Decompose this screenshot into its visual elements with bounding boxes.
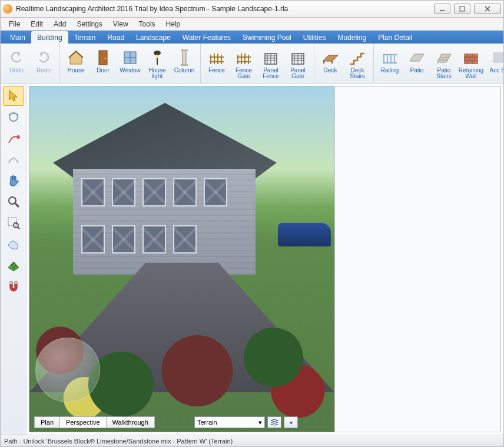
cursor-icon xyxy=(6,89,21,103)
accessory-button[interactable]: Acc St xyxy=(485,45,503,82)
tab-terrain[interactable]: Terrain xyxy=(68,31,102,44)
tab-road[interactable]: Road xyxy=(101,31,130,44)
door-icon xyxy=(94,49,112,66)
redo-button: Redo xyxy=(30,45,57,82)
hand-icon xyxy=(6,174,21,188)
patio-button[interactable]: Patio xyxy=(403,45,430,82)
column-button[interactable]: Column xyxy=(171,45,198,82)
deck-button[interactable]: Deck xyxy=(317,45,344,82)
house-icon xyxy=(67,49,85,66)
deck-stairs-button[interactable]: Deck Stairs xyxy=(344,45,371,82)
lamp-icon xyxy=(148,49,166,66)
close-button[interactable] xyxy=(474,4,501,14)
redo-icon xyxy=(35,49,52,66)
chevron-down-icon: ▾ xyxy=(258,419,262,426)
door-button[interactable]: Door xyxy=(89,45,117,82)
menu-add[interactable]: Add xyxy=(49,19,71,29)
scene-windows-lower xyxy=(81,225,197,253)
tool-label: Redo xyxy=(37,68,51,81)
region-tool[interactable] xyxy=(3,234,24,254)
layer-more-button[interactable]: ▾ xyxy=(284,416,298,428)
svg-rect-18 xyxy=(493,52,503,63)
tab-building[interactable]: Building xyxy=(31,31,68,44)
menu-tools[interactable]: Tools xyxy=(134,19,160,29)
grid-tool[interactable] xyxy=(3,255,24,275)
svg-rect-13 xyxy=(181,49,188,51)
tool-label: House xyxy=(68,68,85,81)
maximize-button[interactable] xyxy=(454,4,470,14)
tab-modeling[interactable]: Modeling xyxy=(331,31,372,44)
tab-swimming-pool[interactable]: Swimming Pool xyxy=(237,31,297,44)
layer-manager-button[interactable] xyxy=(267,416,281,428)
layer-selected: Terrain xyxy=(197,419,217,426)
fence-icon xyxy=(235,49,253,66)
view-tab-walkthrough[interactable]: Walkthrough xyxy=(107,416,155,428)
view-tab-perspective[interactable]: Perspective xyxy=(60,416,106,428)
svg-rect-12 xyxy=(183,51,186,65)
scene-car xyxy=(278,223,331,246)
status-bar: Path - Unilock 'Brussels Block® Limeston… xyxy=(1,435,503,446)
magnet-icon xyxy=(6,279,21,293)
orbit-tool[interactable] xyxy=(3,107,24,127)
status-text: Path - Unilock 'Brussels Block® Limeston… xyxy=(4,438,233,445)
tool-label: Column xyxy=(174,68,194,81)
svg-point-5 xyxy=(105,57,107,59)
tab-plan-detail[interactable]: Plan Detail xyxy=(372,31,418,44)
navigation-widget[interactable] xyxy=(35,338,100,402)
orbit-icon xyxy=(6,110,21,124)
undo-button: Undo xyxy=(3,45,30,82)
move-point-tool[interactable] xyxy=(3,128,24,148)
curve-tool[interactable] xyxy=(3,149,24,169)
railing-button[interactable]: Railing xyxy=(376,45,403,82)
panel-fence-button[interactable]: Panel Fence xyxy=(257,45,284,82)
panel-gate-button[interactable]: Panel Gate xyxy=(284,45,311,82)
tool-label: Deck Stairs xyxy=(344,68,371,81)
tab-landscape[interactable]: Landscape xyxy=(130,31,177,44)
chevron-down-icon: ▾ xyxy=(290,419,293,426)
tab-main[interactable]: Main xyxy=(4,31,31,44)
svg-point-9 xyxy=(154,51,161,55)
fence-icon xyxy=(208,49,226,66)
svg-rect-17 xyxy=(464,54,478,64)
svg-rect-14 xyxy=(181,64,188,66)
menu-file[interactable]: File xyxy=(4,19,25,29)
side-toolbar xyxy=(1,84,26,435)
svg-rect-27 xyxy=(15,282,17,284)
viewport-3d[interactable]: PlanPerspectiveWalkthrough Terrain ▾ ▾ xyxy=(29,86,334,432)
minimize-button[interactable] xyxy=(434,4,450,14)
menu-help[interactable]: Help xyxy=(161,19,185,29)
zoomsel-icon xyxy=(6,216,21,230)
menu-settings[interactable]: Settings xyxy=(72,19,107,29)
zoom-tool[interactable] xyxy=(3,192,24,212)
patio-icon xyxy=(408,49,426,66)
pstairs-icon xyxy=(435,49,453,66)
patio-stairs-button[interactable]: Patio Stairs xyxy=(430,45,457,82)
panel-icon xyxy=(262,49,280,66)
house-button[interactable]: House xyxy=(62,45,89,82)
tab-utilities[interactable]: Utilities xyxy=(297,31,332,44)
snap-tool[interactable] xyxy=(3,276,24,296)
fence-gate-button[interactable]: Fence Gate xyxy=(230,45,257,82)
zoom-selection-tool[interactable] xyxy=(3,213,24,233)
fence-button[interactable]: Fence xyxy=(203,45,230,82)
curve-icon xyxy=(6,152,21,166)
view-tab-plan[interactable]: Plan xyxy=(34,416,60,428)
tool-label: Door xyxy=(97,68,110,81)
tab-water-features[interactable]: Water Features xyxy=(177,31,237,44)
undo-icon xyxy=(8,49,25,66)
window-button[interactable]: Window xyxy=(117,45,144,82)
region-icon xyxy=(6,237,21,251)
tool-label: Retaining Wall xyxy=(457,68,485,81)
retaining-wall-button[interactable]: Retaining Wall xyxy=(457,45,485,82)
layer-dropdown[interactable]: Terrain ▾ xyxy=(194,416,265,428)
column-icon xyxy=(175,49,193,66)
tool-label: Window xyxy=(120,68,141,81)
tool-label: Panel Fence xyxy=(257,68,284,81)
house-light-button[interactable]: House light xyxy=(144,45,171,82)
select-tool[interactable] xyxy=(3,86,24,106)
svg-line-22 xyxy=(15,204,19,207)
properties-panel xyxy=(334,86,500,432)
menu-edit[interactable]: Edit xyxy=(26,19,48,29)
pan-tool[interactable] xyxy=(3,171,24,191)
menu-view[interactable]: View xyxy=(108,19,133,29)
